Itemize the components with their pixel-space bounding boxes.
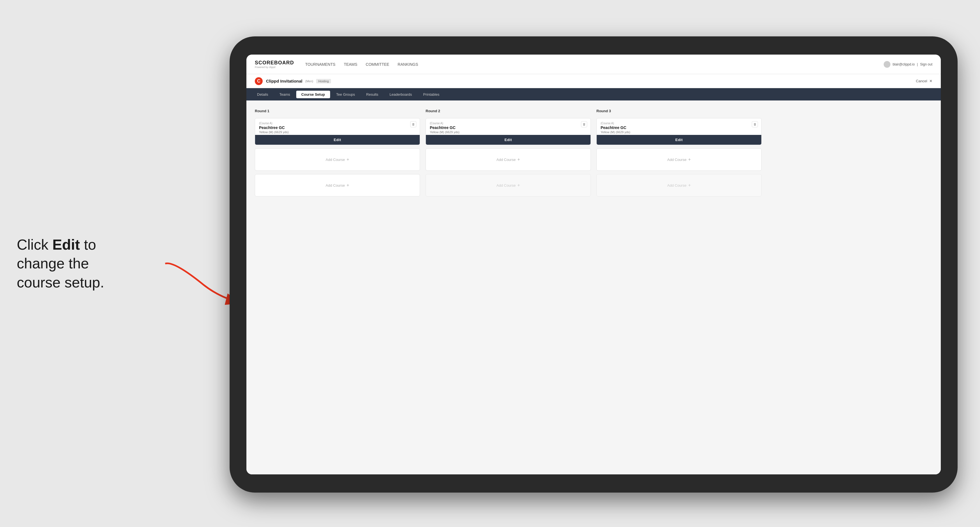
nav-rankings[interactable]: RANKINGS bbox=[398, 62, 418, 67]
round-3-course-label: (Course A) bbox=[601, 122, 757, 125]
nav-separator: | bbox=[917, 62, 918, 66]
nav-committee[interactable]: COMMITTEE bbox=[366, 62, 389, 67]
round-1-course-details: Yellow (M) (6629 yds) bbox=[259, 130, 416, 134]
plus-icon-r2-1: + bbox=[517, 157, 520, 162]
round-2-course-label: (Course A) bbox=[430, 122, 587, 125]
delete-icon-r2: 🗑 bbox=[583, 122, 586, 126]
round-3-column: Round 3 (Course A) Peachtree GC Yellow (… bbox=[597, 109, 762, 197]
round-1-add-course-2[interactable]: Add Course + bbox=[255, 174, 420, 197]
round-3-label: Round 3 bbox=[597, 109, 762, 113]
delete-icon: 🗑 bbox=[412, 122, 415, 126]
round-3-add-course-2: Add Course + bbox=[597, 174, 762, 197]
nav-teams[interactable]: TEAMS bbox=[344, 62, 357, 67]
round-1-add-course-1[interactable]: Add Course + bbox=[255, 148, 420, 171]
top-nav: SCOREBOARD Powered by clippd TOURNAMENTS… bbox=[247, 55, 941, 74]
plus-icon-r1-1: + bbox=[347, 157, 349, 162]
add-course-text-r2-2: Add Course + bbox=[496, 183, 520, 188]
round-2-delete-icon[interactable]: 🗑 bbox=[581, 121, 587, 127]
nav-right: blair@clippd.io | Sign out bbox=[884, 61, 932, 68]
round-1-delete-icon[interactable]: 🗑 bbox=[410, 121, 416, 127]
plus-icon-r2-2: + bbox=[517, 183, 520, 188]
tab-teams[interactable]: Teams bbox=[274, 90, 295, 98]
round-1-course-label: (Course A) bbox=[259, 122, 416, 125]
delete-icon-r3: 🗑 bbox=[754, 122, 757, 126]
round-2-label: Round 2 bbox=[426, 109, 591, 113]
add-course-text-r3-2: Add Course + bbox=[667, 183, 691, 188]
tab-results[interactable]: Results bbox=[361, 90, 383, 98]
round-2-add-course-1[interactable]: Add Course + bbox=[426, 148, 591, 171]
round-1-label: Round 1 bbox=[255, 109, 420, 113]
tab-details[interactable]: Details bbox=[252, 90, 273, 98]
logo-title: SCOREBOARD bbox=[255, 60, 294, 66]
round-1-edit-button[interactable]: Edit bbox=[255, 135, 420, 145]
round-2-edit-button[interactable]: Edit bbox=[426, 135, 590, 145]
sub-header: C Clippd Invitational (Men) Hosting Canc… bbox=[247, 74, 941, 88]
main-content: Round 1 (Course A) Peachtree GC Yellow (… bbox=[247, 100, 941, 475]
round-1-course-header: (Course A) Peachtree GC Yellow (M) (6629… bbox=[255, 118, 420, 135]
cancel-button[interactable]: Cancel ✕ bbox=[916, 79, 932, 83]
nav-tournaments[interactable]: TOURNAMENTS bbox=[305, 62, 336, 67]
round-3-course-card: (Course A) Peachtree GC Yellow (M) (6629… bbox=[597, 118, 762, 145]
tab-leaderboards[interactable]: Leaderboards bbox=[385, 90, 417, 98]
round-3-course-details: Yellow (M) (6629 yds) bbox=[601, 130, 757, 134]
add-course-text-r2-1: Add Course + bbox=[496, 157, 520, 162]
nav-links: TOURNAMENTS TEAMS COMMITTEE RANKINGS bbox=[305, 62, 884, 67]
sign-out-link[interactable]: Sign out bbox=[920, 62, 932, 66]
round-3-course-name: Peachtree GC bbox=[601, 125, 757, 130]
round-1-course-card: (Course A) Peachtree GC Yellow (M) (6629… bbox=[255, 118, 420, 145]
user-email: blair@clippd.io bbox=[892, 62, 915, 66]
tablet-screen: SCOREBOARD Powered by clippd TOURNAMENTS… bbox=[247, 55, 941, 475]
plus-icon-r3-2: + bbox=[688, 183, 691, 188]
round-2-column: Round 2 (Course A) Peachtree GC Yellow (… bbox=[426, 109, 591, 197]
tab-bar: Details Teams Course Setup Tee Groups Re… bbox=[247, 88, 941, 100]
tab-printables[interactable]: Printables bbox=[418, 90, 444, 98]
tournament-gender: (Men) bbox=[305, 79, 313, 83]
round-1-course-name: Peachtree GC bbox=[259, 125, 416, 130]
add-course-text-r1-2: Add Course + bbox=[326, 183, 349, 188]
tablet-shell: SCOREBOARD Powered by clippd TOURNAMENTS… bbox=[230, 37, 958, 492]
round-3-add-course-1[interactable]: Add Course + bbox=[597, 148, 762, 171]
round-2-course-card: (Course A) Peachtree GC Yellow (M) (6629… bbox=[426, 118, 591, 145]
scoreboard-logo: SCOREBOARD Powered by clippd bbox=[255, 60, 294, 68]
plus-icon-r3-1: + bbox=[688, 157, 691, 162]
round-2-course-details: Yellow (M) (6629 yds) bbox=[430, 130, 587, 134]
rounds-grid: Round 1 (Course A) Peachtree GC Yellow (… bbox=[255, 109, 932, 197]
round-2-add-course-2: Add Course + bbox=[426, 174, 591, 197]
round-2-course-header: (Course A) Peachtree GC Yellow (M) (6629… bbox=[426, 118, 590, 135]
tournament-logo-icon: C bbox=[255, 77, 262, 85]
logo-sub: Powered by clippd bbox=[255, 66, 294, 68]
round-3-course-header: (Course A) Peachtree GC Yellow (M) (6629… bbox=[597, 118, 761, 135]
hosting-badge: Hosting bbox=[316, 79, 331, 83]
instruction-bold: Edit bbox=[52, 236, 80, 252]
add-course-text-r1-1: Add Course + bbox=[326, 157, 349, 162]
tab-tee-groups[interactable]: Tee Groups bbox=[331, 90, 360, 98]
user-avatar bbox=[884, 61, 890, 68]
add-course-text-r3-1: Add Course + bbox=[667, 157, 691, 162]
round-2-course-name: Peachtree GC bbox=[430, 125, 587, 130]
plus-icon-r1-2: + bbox=[347, 183, 349, 188]
round-3-edit-button[interactable]: Edit bbox=[597, 135, 761, 145]
instruction-prefix: Click bbox=[17, 236, 52, 252]
round-3-delete-icon[interactable]: 🗑 bbox=[752, 121, 758, 127]
instruction-text: Click Edit tochange thecourse setup. bbox=[17, 235, 104, 292]
round-1-column: Round 1 (Course A) Peachtree GC Yellow (… bbox=[255, 109, 420, 197]
tournament-name: Clippd Invitational bbox=[266, 79, 302, 83]
tab-course-setup[interactable]: Course Setup bbox=[296, 90, 330, 98]
